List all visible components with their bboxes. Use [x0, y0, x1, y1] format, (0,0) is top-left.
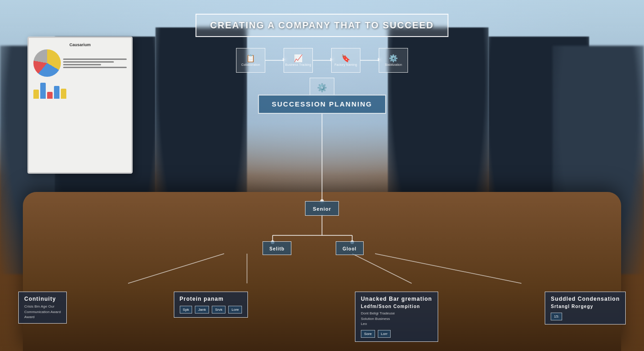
icon-box-4: ⚙️ Stabilization — [379, 48, 408, 73]
wb-bar-1 — [33, 90, 39, 99]
connector-3 — [360, 60, 379, 61]
succession-planning-text: SUCCESSION PLANNING — [272, 100, 372, 108]
suited-subitems: 15: — [551, 313, 620, 320]
unacked-note: Dont Beligi TradeuseSolution BusinessLeo — [361, 311, 432, 326]
protein-subitems: Spk Jank Srvk Lore — [180, 306, 242, 314]
subitem-sore: Sore — [361, 330, 375, 338]
wb-line-2 — [63, 61, 114, 63]
icon-box-1: 📋 Collaboration — [236, 48, 265, 73]
subitem-15: 15: — [551, 313, 562, 320]
unacked-title: Unacked Bar gremation — [361, 296, 432, 302]
tracking-icon: 📈 — [294, 55, 303, 62]
wb-bar-2 — [40, 83, 46, 99]
wb-bar-5 — [61, 89, 66, 99]
wb-line-1 — [63, 58, 127, 60]
wb-line-3 — [63, 64, 101, 65]
succession-planning-box: SUCCESSION PLANNING — [258, 95, 386, 114]
main-title-box: CREATING A COMPANY THAT TO SUCCEED — [195, 14, 448, 37]
naming-icon: 🔖 — [341, 55, 350, 62]
selitb-box: Selitb — [263, 241, 291, 255]
whiteboard-title: Causarium — [33, 43, 127, 47]
continuity-subtitle: Crisis Bm Age OurCommunication AwardAwar… — [24, 304, 61, 319]
glool-text: Glool — [343, 246, 357, 251]
gear-center-icon: ⚙️ — [317, 83, 327, 93]
wb-bar-4 — [54, 86, 59, 99]
subitem-srvk: Srvk — [212, 306, 225, 314]
whiteboard-bars — [33, 80, 127, 99]
top-icons-row: 📋 Collaboration 📈 Business Tracking 🔖 Fa… — [208, 48, 436, 73]
suited-subtitle: Srtangl Rorgegy — [551, 304, 620, 309]
icon-label-3: Factory Naming — [334, 63, 357, 66]
subitem-spk: Spk — [180, 306, 193, 314]
subitem-jank: Jank — [195, 306, 209, 314]
icon-box-2: 📈 Business Tracking — [284, 48, 313, 73]
suited-condensation-box: Suddled Condensation Srtangl Rorgegy 15: — [545, 292, 626, 324]
collaboration-icon: 📋 — [246, 55, 255, 62]
connector-1 — [265, 60, 284, 61]
subitem-lorr: Lorr — [378, 330, 391, 338]
senior-node-box: Senior — [305, 201, 339, 216]
glool-box: Glool — [336, 241, 364, 255]
wb-line-4 — [63, 67, 127, 68]
icon-label-2: Business Tracking — [285, 63, 311, 66]
suited-title: Suddled Condensation — [551, 296, 620, 302]
wb-bar-3 — [47, 92, 53, 99]
selitb-text: Selitb — [269, 246, 284, 251]
icon-box-3: 🔖 Factory Naming — [331, 48, 360, 73]
whiteboard: Causarium — [27, 37, 133, 174]
icon-label-4: Stabilization — [385, 63, 402, 66]
unacked-subitems: Sore Lorr — [361, 330, 432, 338]
connector-2 — [313, 60, 331, 61]
whiteboard-text-lines — [63, 57, 127, 69]
icon-label-1: Collaboration — [241, 63, 260, 66]
stabilization-icon: ⚙️ — [389, 55, 398, 62]
unacked-box: Unacked Bar gremation Ledfm/Sson Compiti… — [355, 292, 438, 342]
continuity-box: Continuity Crisis Bm Age OurCommunicatio… — [18, 292, 67, 324]
unacked-subtitle: Ledfm/Sson Compition — [361, 304, 432, 309]
pie-chart-icon — [33, 49, 61, 77]
continuity-title: Continuity — [24, 296, 61, 302]
protein-panam-title: Protein panam — [180, 296, 242, 302]
subitem-lore: Lore — [228, 306, 242, 314]
main-title-text: CREATING A COMPANY THAT TO SUCCEED — [210, 20, 434, 30]
whiteboard-chart — [33, 49, 127, 77]
bottom-section: Continuity Crisis Bm Age OurCommunicatio… — [0, 292, 644, 342]
senior-node-text: Senior — [313, 206, 331, 212]
protein-panam-box: Protein panam Spk Jank Srvk Lore — [174, 292, 248, 318]
